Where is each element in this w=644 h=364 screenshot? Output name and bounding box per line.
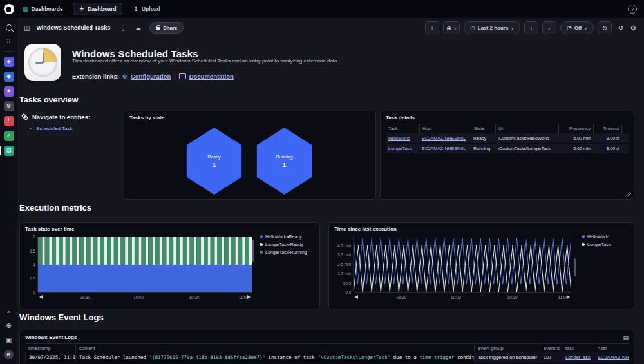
saw-chart-svg[interactable]: 0 s50 s1.7 min2.5 min3.3 min4.2 min09:30… — [332, 233, 574, 305]
svg-text:0 s: 0 s — [346, 290, 351, 294]
panel-title: Task state over time — [25, 226, 74, 232]
dashboard-main: ◫ Windows Scheduled Tasks ⋮ ☁ Share + ⊕ … — [17, 18, 644, 364]
configuration-gear-icon: ⚙ — [122, 73, 128, 80]
task-link[interactable]: LongerTask — [388, 146, 412, 151]
log-text: instance of task — [265, 354, 317, 360]
highlighted-text: time trigger — [419, 354, 454, 360]
lock-icon — [156, 27, 160, 30]
extension-links: Extension links: ⚙ Configuration | Docum… — [72, 73, 234, 80]
section-windows-event-logs: Windows Event Logs — [19, 312, 104, 322]
column-header: Frequency — [558, 124, 593, 133]
time-range-picker[interactable]: ◷ Last 2 hours ∨ — [464, 21, 520, 34]
sidebar-divider — [4, 51, 14, 52]
help-ring-icon[interactable]: ⊕ — [4, 321, 14, 331]
svg-text:1.7 min: 1.7 min — [337, 271, 351, 276]
table-row[interactable]: HelloWorldEC2AMAZ-NHESM6LReady\CustomTas… — [386, 133, 629, 144]
legend-dot — [582, 243, 585, 246]
chevron-down-icon: ∨ — [511, 26, 513, 30]
time-forward-button[interactable]: › — [542, 21, 556, 34]
chevron-down-icon: ∨ — [584, 26, 587, 30]
help-icon[interactable]: ? — [628, 5, 637, 14]
user-avatar[interactable]: R — [4, 350, 14, 359]
breadcrumb[interactable]: ▦ Dashboards — [23, 6, 63, 12]
table-row[interactable]: LongerTaskEC2AMAZ-NHESM6LRunning\CustomT… — [386, 144, 629, 154]
search-icon[interactable] — [4, 23, 14, 33]
expand-sidebar-icon[interactable]: » — [4, 307, 14, 317]
app-icon-services[interactable]: ★ — [4, 86, 14, 97]
uri-cell: \CustomTasks\LongerTask — [495, 144, 558, 153]
hex-label: Running — [276, 155, 292, 159]
configuration-link[interactable]: Configuration — [131, 73, 171, 80]
column-header: Uri — [495, 124, 558, 133]
chart-scrollbar[interactable] — [574, 258, 576, 276]
cloud-sync-icon[interactable]: ☁ — [135, 24, 141, 32]
column-header: Timeout — [593, 124, 621, 133]
dashboard-title: Windows Scheduled Tasks — [36, 24, 110, 31]
apps-grid-icon[interactable]: ⠿ — [4, 37, 14, 47]
host-cell: EC2AMAZ-NHESM6L — [419, 133, 471, 143]
tab-upload[interactable]: ↥ Upload — [133, 6, 160, 12]
breadcrumb-label: Dashboards — [32, 6, 63, 12]
event-group-cell: Task triggered on scheduler — [474, 352, 540, 363]
app-icon-notifications[interactable]: ◈ — [4, 57, 14, 67]
refresh-button[interactable]: ↻ — [598, 21, 612, 34]
add-panel-button[interactable]: + — [425, 21, 439, 34]
legend-item[interactable]: LongerTask•Ready — [260, 242, 307, 247]
history-icon[interactable]: ↺ — [618, 24, 624, 32]
hexagon-running[interactable]: Running1 — [253, 128, 316, 195]
upload-icon: ↥ — [133, 6, 138, 12]
tab-upload-label: Upload — [142, 6, 160, 12]
app-icon-dashboards[interactable]: ▤ — [4, 146, 14, 156]
panel-task-details: Task details TaskHostStateUriFrequencyTi… — [380, 111, 634, 200]
legend-dot — [260, 251, 263, 254]
legend-item[interactable]: LongerTask•Running — [260, 250, 307, 254]
share-button[interactable]: Share — [149, 22, 184, 34]
svg-text:10:00: 10:00 — [451, 295, 461, 300]
chart-scrollbar[interactable] — [252, 240, 254, 262]
panel-resize-handle[interactable] — [625, 191, 631, 196]
navigate-label: Navigate to entities: — [32, 113, 90, 120]
timeout-cell: 3.00 d — [593, 133, 621, 143]
app-icon-settings[interactable]: ⚙ — [4, 101, 14, 111]
time-back-button[interactable]: ‹ — [524, 21, 538, 34]
panel-title: Windows Event Logs — [25, 334, 623, 340]
state-chart-svg[interactable]: 00.511.5209:3010:0010:3011:00 — [23, 233, 254, 305]
tab-dashboard[interactable]: + Dashboard — [73, 3, 123, 15]
hexagon-ready[interactable]: Ready1 — [183, 128, 245, 195]
view-options-button[interactable]: ⊕ ∨ — [443, 21, 460, 34]
legend-label: LongerTask•Running — [265, 250, 307, 254]
app-icon-synthetic[interactable]: ✓ — [4, 131, 14, 141]
state-cell: Running — [471, 144, 495, 153]
kebab-menu-icon[interactable]: ⋮ — [120, 24, 126, 32]
documentation-link[interactable]: Documentation — [189, 73, 234, 80]
state-chart-legend: HelloWorld•ReadyLongerTask•ReadyLongerTa… — [260, 235, 307, 254]
dynatrace-logo-icon[interactable] — [4, 4, 14, 14]
timeout-cell: 3.00 d — [593, 144, 621, 153]
uri-cell: \CustomTasks\HelloWorld — [495, 133, 558, 143]
dashboard-toolbar: ◫ Windows Scheduled Tasks ⋮ ☁ Share + ⊕ … — [17, 18, 644, 37]
svg-text:09:30: 09:30 — [396, 295, 406, 300]
open-document-icon[interactable]: ▤ — [623, 334, 629, 341]
host-link[interactable]: EC2AMAZ-NHESM6L — [422, 146, 466, 151]
host-link[interactable]: EC2AMAZ-NHESM6L — [422, 136, 466, 140]
settings-gear-icon[interactable]: ⚙ — [630, 24, 636, 32]
scheduled-task-link[interactable]: Scheduled Task — [36, 126, 72, 131]
app-icon-problems[interactable]: ! — [4, 116, 14, 126]
task-cell: LongerTask — [386, 144, 419, 153]
event-log-row[interactable]: 30/07/2025, 11:10:57Task Scheduler launc… — [25, 352, 629, 363]
host-link[interactable]: EC2AMAZ-NH — [598, 354, 629, 360]
scheduled-tasks-app-logo — [24, 44, 61, 81]
task-details-header: TaskHostStateUriFrequencyTimeout — [386, 124, 629, 133]
legend-item[interactable]: LongerTask — [582, 242, 611, 247]
legend-item[interactable]: HelloWorld•Ready — [260, 235, 307, 239]
task-link[interactable]: LongerTask — [565, 354, 591, 360]
column-header: Task — [386, 124, 419, 133]
highlighted-text: "{d1775615-779a-418b-8193-8d6ffea289e7}" — [149, 354, 265, 360]
legend-item[interactable]: HelloWorld — [582, 235, 611, 239]
app-icon-infrastructure[interactable]: ◆ — [4, 72, 14, 82]
clock-face-icon — [28, 48, 57, 77]
auto-refresh-picker[interactable]: ◔ Off ∨ — [560, 21, 594, 34]
entity-list-item: Scheduled Task — [30, 126, 90, 131]
task-link[interactable]: HelloWorld — [388, 136, 410, 140]
whats-new-icon[interactable]: ▣ — [4, 335, 14, 345]
